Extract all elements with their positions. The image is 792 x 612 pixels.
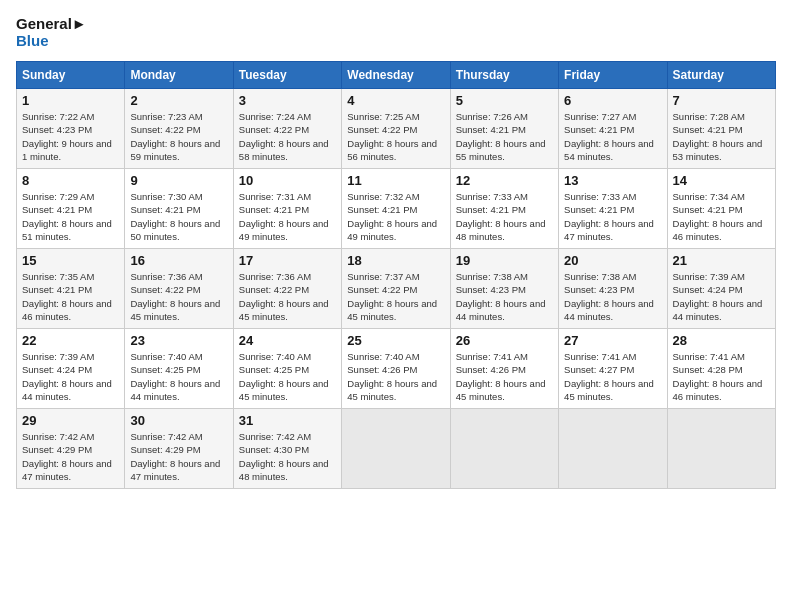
day-number: 15 [22,253,119,268]
day-number: 11 [347,173,444,188]
calendar-cell: 26Sunrise: 7:41 AMSunset: 4:26 PMDayligh… [450,329,558,409]
calendar-cell: 15Sunrise: 7:35 AMSunset: 4:21 PMDayligh… [17,249,125,329]
calendar-cell: 21Sunrise: 7:39 AMSunset: 4:24 PMDayligh… [667,249,775,329]
day-number: 23 [130,333,227,348]
day-info: Sunrise: 7:41 AMSunset: 4:27 PMDaylight:… [564,350,661,403]
logo: General► Blue [16,16,87,49]
day-info: Sunrise: 7:31 AMSunset: 4:21 PMDaylight:… [239,190,336,243]
day-info: Sunrise: 7:39 AMSunset: 4:24 PMDaylight:… [22,350,119,403]
calendar-cell: 22Sunrise: 7:39 AMSunset: 4:24 PMDayligh… [17,329,125,409]
day-number: 5 [456,93,553,108]
header-row: SundayMondayTuesdayWednesdayThursdayFrid… [17,62,776,89]
day-info: Sunrise: 7:26 AMSunset: 4:21 PMDaylight:… [456,110,553,163]
calendar-cell: 28Sunrise: 7:41 AMSunset: 4:28 PMDayligh… [667,329,775,409]
day-info: Sunrise: 7:39 AMSunset: 4:24 PMDaylight:… [673,270,770,323]
day-number: 13 [564,173,661,188]
day-info: Sunrise: 7:42 AMSunset: 4:29 PMDaylight:… [22,430,119,483]
calendar-cell: 18Sunrise: 7:37 AMSunset: 4:22 PMDayligh… [342,249,450,329]
calendar-cell: 16Sunrise: 7:36 AMSunset: 4:22 PMDayligh… [125,249,233,329]
calendar-cell [450,409,558,489]
calendar-cell: 24Sunrise: 7:40 AMSunset: 4:25 PMDayligh… [233,329,341,409]
calendar-cell: 29Sunrise: 7:42 AMSunset: 4:29 PMDayligh… [17,409,125,489]
calendar-cell [559,409,667,489]
day-info: Sunrise: 7:28 AMSunset: 4:21 PMDaylight:… [673,110,770,163]
calendar-cell: 30Sunrise: 7:42 AMSunset: 4:29 PMDayligh… [125,409,233,489]
day-number: 27 [564,333,661,348]
day-info: Sunrise: 7:41 AMSunset: 4:28 PMDaylight:… [673,350,770,403]
calendar-week-4: 22Sunrise: 7:39 AMSunset: 4:24 PMDayligh… [17,329,776,409]
day-info: Sunrise: 7:40 AMSunset: 4:25 PMDaylight:… [239,350,336,403]
day-number: 14 [673,173,770,188]
day-number: 24 [239,333,336,348]
day-info: Sunrise: 7:33 AMSunset: 4:21 PMDaylight:… [456,190,553,243]
day-number: 30 [130,413,227,428]
day-number: 2 [130,93,227,108]
day-number: 20 [564,253,661,268]
calendar-cell: 2Sunrise: 7:23 AMSunset: 4:22 PMDaylight… [125,89,233,169]
day-info: Sunrise: 7:36 AMSunset: 4:22 PMDaylight:… [130,270,227,323]
day-number: 31 [239,413,336,428]
day-info: Sunrise: 7:40 AMSunset: 4:26 PMDaylight:… [347,350,444,403]
calendar-cell: 14Sunrise: 7:34 AMSunset: 4:21 PMDayligh… [667,169,775,249]
day-info: Sunrise: 7:22 AMSunset: 4:23 PMDaylight:… [22,110,119,163]
day-info: Sunrise: 7:40 AMSunset: 4:25 PMDaylight:… [130,350,227,403]
calendar-table: SundayMondayTuesdayWednesdayThursdayFrid… [16,61,776,489]
day-number: 19 [456,253,553,268]
day-info: Sunrise: 7:24 AMSunset: 4:22 PMDaylight:… [239,110,336,163]
calendar-cell: 3Sunrise: 7:24 AMSunset: 4:22 PMDaylight… [233,89,341,169]
day-number: 25 [347,333,444,348]
day-info: Sunrise: 7:35 AMSunset: 4:21 PMDaylight:… [22,270,119,323]
calendar-cell [342,409,450,489]
calendar-cell: 23Sunrise: 7:40 AMSunset: 4:25 PMDayligh… [125,329,233,409]
calendar-cell: 10Sunrise: 7:31 AMSunset: 4:21 PMDayligh… [233,169,341,249]
day-number: 8 [22,173,119,188]
header-day-sunday: Sunday [17,62,125,89]
day-info: Sunrise: 7:42 AMSunset: 4:29 PMDaylight:… [130,430,227,483]
day-number: 17 [239,253,336,268]
day-number: 28 [673,333,770,348]
day-info: Sunrise: 7:25 AMSunset: 4:22 PMDaylight:… [347,110,444,163]
day-number: 29 [22,413,119,428]
day-number: 10 [239,173,336,188]
day-number: 22 [22,333,119,348]
calendar-cell: 27Sunrise: 7:41 AMSunset: 4:27 PMDayligh… [559,329,667,409]
day-info: Sunrise: 7:34 AMSunset: 4:21 PMDaylight:… [673,190,770,243]
header-day-tuesday: Tuesday [233,62,341,89]
day-number: 1 [22,93,119,108]
calendar-week-2: 8Sunrise: 7:29 AMSunset: 4:21 PMDaylight… [17,169,776,249]
calendar-cell: 31Sunrise: 7:42 AMSunset: 4:30 PMDayligh… [233,409,341,489]
day-info: Sunrise: 7:37 AMSunset: 4:22 PMDaylight:… [347,270,444,323]
day-info: Sunrise: 7:32 AMSunset: 4:21 PMDaylight:… [347,190,444,243]
day-number: 21 [673,253,770,268]
day-info: Sunrise: 7:27 AMSunset: 4:21 PMDaylight:… [564,110,661,163]
header-day-monday: Monday [125,62,233,89]
calendar-cell: 25Sunrise: 7:40 AMSunset: 4:26 PMDayligh… [342,329,450,409]
day-number: 4 [347,93,444,108]
calendar-cell: 9Sunrise: 7:30 AMSunset: 4:21 PMDaylight… [125,169,233,249]
logo-blue: Blue [16,33,87,50]
calendar-cell: 19Sunrise: 7:38 AMSunset: 4:23 PMDayligh… [450,249,558,329]
calendar-cell: 7Sunrise: 7:28 AMSunset: 4:21 PMDaylight… [667,89,775,169]
day-info: Sunrise: 7:33 AMSunset: 4:21 PMDaylight:… [564,190,661,243]
header-day-wednesday: Wednesday [342,62,450,89]
logo-general: General► [16,16,87,33]
day-info: Sunrise: 7:23 AMSunset: 4:22 PMDaylight:… [130,110,227,163]
calendar-cell: 5Sunrise: 7:26 AMSunset: 4:21 PMDaylight… [450,89,558,169]
header-day-thursday: Thursday [450,62,558,89]
day-number: 26 [456,333,553,348]
day-info: Sunrise: 7:36 AMSunset: 4:22 PMDaylight:… [239,270,336,323]
calendar-cell: 6Sunrise: 7:27 AMSunset: 4:21 PMDaylight… [559,89,667,169]
calendar-cell: 17Sunrise: 7:36 AMSunset: 4:22 PMDayligh… [233,249,341,329]
day-number: 18 [347,253,444,268]
day-info: Sunrise: 7:30 AMSunset: 4:21 PMDaylight:… [130,190,227,243]
calendar-cell: 8Sunrise: 7:29 AMSunset: 4:21 PMDaylight… [17,169,125,249]
calendar-cell: 20Sunrise: 7:38 AMSunset: 4:23 PMDayligh… [559,249,667,329]
day-info: Sunrise: 7:38 AMSunset: 4:23 PMDaylight:… [564,270,661,323]
day-number: 12 [456,173,553,188]
day-number: 7 [673,93,770,108]
day-number: 3 [239,93,336,108]
day-info: Sunrise: 7:29 AMSunset: 4:21 PMDaylight:… [22,190,119,243]
day-number: 16 [130,253,227,268]
header-day-saturday: Saturday [667,62,775,89]
day-info: Sunrise: 7:38 AMSunset: 4:23 PMDaylight:… [456,270,553,323]
